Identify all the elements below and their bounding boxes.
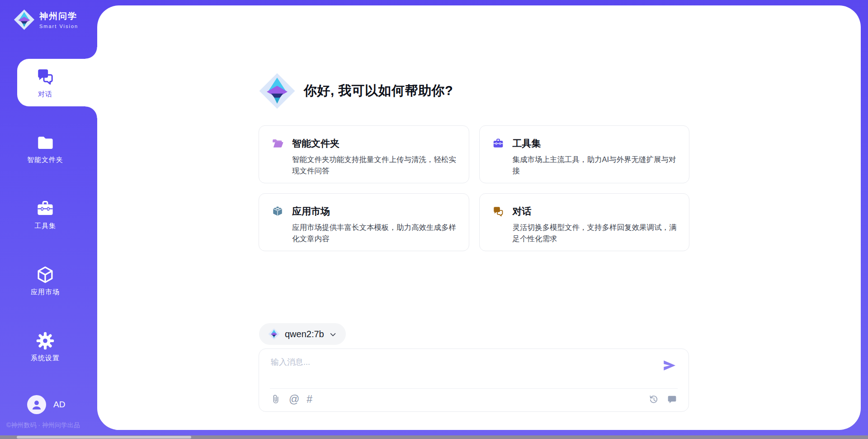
avatar (27, 395, 46, 414)
composer-toolbar-left: @ # (270, 394, 312, 405)
card-title: 对话 (513, 205, 532, 218)
cube-icon (36, 265, 55, 284)
horizontal-scrollbar-thumb[interactable] (17, 436, 191, 439)
active-tab-top-curve (85, 47, 97, 59)
greeting-text: 你好, 我可以如何帮助你? (304, 82, 453, 100)
model-selector[interactable]: qwen2:7b (259, 323, 346, 345)
app-grid-icon (272, 205, 283, 217)
card-title: 应用市场 (292, 205, 330, 218)
composer: @ # (259, 348, 689, 412)
quick-phrase-button[interactable] (667, 394, 677, 405)
model-name: qwen2:7b (285, 329, 324, 339)
history-button[interactable] (648, 394, 659, 405)
sidebar-item-label: 智能文件夹 (27, 156, 63, 164)
mention-button[interactable]: @ (289, 394, 299, 405)
card-title: 工具集 (513, 137, 541, 150)
chat-bubbles-icon (492, 205, 504, 217)
brand-text: 神州问学 Smart Vision (39, 10, 78, 29)
sidebar-item-settings[interactable]: 系统设置 (0, 331, 90, 363)
card-description: 应用市场提供丰富长文本模板，助力高效生成多样化文章内容 (272, 222, 457, 244)
composer-divider (270, 388, 678, 389)
card-description: 灵活切换多模型文件，支持多样回复效果调试，满足个性化需求 (492, 222, 678, 244)
brand-name: 神州问学 (39, 10, 78, 22)
main-panel: 你好, 我可以如何帮助你? 智能文件夹 智能文件夹功能支持批量文件上传与清洗，轻… (97, 5, 861, 430)
sidebar-item-app-market[interactable]: 应用市场 (0, 265, 90, 296)
chat-bubbles-icon (36, 67, 55, 86)
card-description: 集成市场上主流工具，助力AI与外界无缝扩展与对接 (492, 154, 678, 177)
card-chat[interactable]: 对话 灵活切换多模型文件，支持多样回复效果调试，满足个性化需求 (479, 193, 690, 251)
horizontal-scrollbar-track[interactable] (0, 435, 868, 439)
brand: 神州问学 Smart Vision (14, 9, 78, 30)
card-toolset[interactable]: 工具集 集成市场上主流工具，助力AI与外界无缝扩展与对接 (479, 125, 690, 183)
sidebar-item-toolset[interactable]: 工具集 (0, 199, 90, 230)
folder-icon (36, 133, 55, 152)
folder-open-icon (272, 138, 283, 149)
attach-button[interactable] (270, 394, 282, 405)
history-clock-icon (648, 394, 659, 405)
feature-cards: 智能文件夹 智能文件夹功能支持批量文件上传与清洗，轻松实现文件问答 工具集 集成… (259, 125, 689, 251)
card-smart-folder[interactable]: 智能文件夹 智能文件夹功能支持批量文件上传与清洗，轻松实现文件问答 (259, 125, 469, 183)
hash-button[interactable]: # (307, 394, 312, 405)
sidebar-item-label: 应用市场 (31, 288, 60, 296)
user-name: AD (53, 400, 65, 410)
composer-toolbar-right (648, 394, 677, 405)
app-logo-icon (259, 72, 296, 110)
sidebar-item-label: 工具集 (34, 222, 56, 230)
message-input[interactable] (271, 357, 652, 383)
gear-icon (36, 331, 55, 350)
brand-logo-icon (14, 9, 35, 30)
sidebar: 神州问学 Smart Vision 对话 智能文件夹 工具集 应用市场 系统设置… (0, 0, 97, 439)
toolbox-icon (36, 199, 55, 218)
card-title: 智能文件夹 (292, 137, 340, 150)
card-app-market[interactable]: 应用市场 应用市场提供丰富长文本模板，助力高效生成多样化文章内容 (259, 193, 469, 251)
sidebar-item-label: 系统设置 (31, 354, 60, 363)
sidebar-item-chat[interactable]: 对话 (17, 59, 97, 106)
model-logo-icon (268, 328, 280, 340)
card-description: 智能文件夹功能支持批量文件上传与清洗，轻松实现文件问答 (272, 154, 457, 177)
person-icon (31, 399, 42, 410)
sidebar-item-label: 对话 (38, 90, 52, 99)
brand-subtitle: Smart Vision (39, 24, 78, 29)
copyright: ©神州数码 · 神州问学出品 (6, 421, 80, 429)
toolbox-icon (492, 138, 504, 149)
speech-bubble-icon (667, 394, 677, 405)
greeting: 你好, 我可以如何帮助你? (259, 72, 453, 110)
paper-plane-icon (662, 358, 676, 372)
active-tab-bottom-curve (85, 106, 97, 118)
sidebar-item-smart-folder[interactable]: 智能文件夹 (0, 133, 90, 164)
paperclip-icon (270, 394, 282, 405)
send-button[interactable] (662, 358, 676, 372)
chevron-down-icon (329, 331, 337, 339)
user-profile[interactable]: AD (27, 395, 65, 414)
